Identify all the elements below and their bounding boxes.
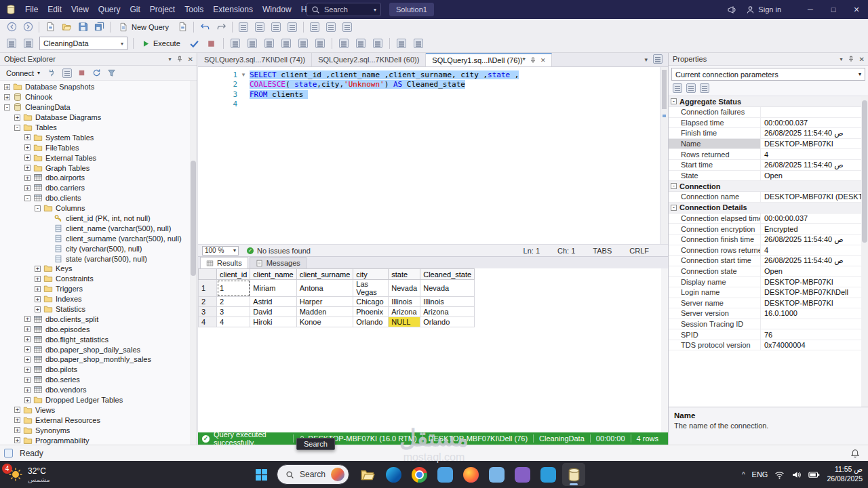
tree-item[interactable]: +External Tables	[0, 152, 190, 163]
collapse-icon[interactable]: -	[671, 183, 677, 189]
toolbar-icon-icon[interactable]	[336, 37, 351, 50]
categorized-icon[interactable]	[673, 83, 682, 96]
property-row[interactable]: NameDESKTOP-MBF07KI	[669, 139, 861, 150]
tree-item[interactable]: +External Resources	[0, 415, 190, 425]
tree-item[interactable]: client_name (varchar(500), null)	[0, 223, 190, 233]
volume-icon[interactable]	[791, 470, 802, 480]
property-group[interactable]: -Connection Details	[669, 203, 861, 214]
titlebar-search[interactable]: Search ▾	[307, 3, 381, 16]
menu-tools[interactable]: Tools	[180, 0, 208, 19]
pin-icon[interactable]	[530, 57, 536, 64]
tree-item[interactable]: +Indexes	[0, 294, 190, 304]
pin-icon[interactable]	[848, 56, 854, 62]
object-explorer-scrollbar[interactable]	[190, 81, 197, 445]
grid-cell[interactable]: Las Vegas	[353, 280, 389, 297]
toolbar-icon-icon[interactable]	[323, 20, 338, 34]
expand-icon[interactable]: +	[35, 286, 41, 292]
tree-item[interactable]: +Triggers	[0, 284, 190, 294]
expand-icon[interactable]: +	[14, 115, 20, 121]
minimize-button[interactable]: ─	[799, 0, 822, 19]
grid-cell[interactable]: Arizona	[389, 307, 420, 317]
expand-icon[interactable]: +	[35, 276, 41, 282]
document-tab-1[interactable]: SQLQuery3.sql...7KI\Dell (74))	[198, 53, 312, 66]
taskbar-app-chrome[interactable]	[408, 463, 431, 486]
expand-icon[interactable]: +	[4, 94, 10, 100]
stop-icon[interactable]	[75, 67, 88, 79]
row-header[interactable]: 1	[199, 280, 217, 297]
grid-cell[interactable]: Harper	[296, 297, 353, 307]
collapse-icon[interactable]: -	[671, 205, 677, 211]
new-document-icon[interactable]	[175, 20, 190, 34]
pin-icon[interactable]	[176, 56, 183, 62]
tree-item[interactable]: +Programmability	[0, 435, 190, 445]
toolbar-icon-icon[interactable]	[279, 37, 294, 50]
open-file-icon[interactable]	[59, 20, 74, 34]
toolbar-icon-icon[interactable]	[21, 37, 36, 50]
clock[interactable]: 11:55 ص 26/08/2025	[827, 465, 863, 483]
grid-cell[interactable]: 3	[217, 307, 250, 317]
grid-cell[interactable]: Illinois	[420, 297, 475, 307]
property-row[interactable]: SPID76	[669, 329, 861, 340]
taskbar-app-file-explorer[interactable]	[356, 463, 379, 486]
save-icon[interactable]	[75, 20, 90, 34]
property-row[interactable]: Connection nameDESKTOP-MBF07KI (DESKTOP-…	[669, 192, 861, 203]
database-selector[interactable]: CleaningData ▾	[39, 37, 127, 50]
expand-icon[interactable]: +	[35, 266, 41, 272]
grid-cell[interactable]: Orlando	[353, 317, 389, 327]
grid-cell[interactable]: NULL	[389, 317, 420, 327]
connect-button[interactable]: Connect ▾	[3, 69, 43, 77]
expand-icon[interactable]: +	[24, 165, 31, 171]
start-button[interactable]	[250, 463, 273, 486]
tree-item[interactable]: +dbo.episodes	[0, 324, 190, 334]
toolbar-icon-icon[interactable]	[411, 37, 426, 50]
parse-icon[interactable]	[187, 37, 202, 50]
new-query-button[interactable]: New Query	[114, 20, 174, 34]
menu-extensions[interactable]: Extensions	[208, 0, 258, 19]
grid-cell[interactable]: Konoe	[296, 317, 353, 327]
toolbar-icon-icon[interactable]	[394, 37, 409, 50]
toolbar-icon-icon[interactable]	[236, 20, 251, 34]
toolbar-icon-icon[interactable]	[4, 37, 19, 50]
collapse-icon[interactable]: -	[671, 98, 677, 104]
expand-icon[interactable]: +	[24, 357, 31, 363]
alphabetical-icon[interactable]	[686, 83, 696, 96]
tree-item[interactable]: +Dropped Ledger Tables	[0, 395, 190, 405]
expand-icon[interactable]: +	[24, 175, 31, 181]
close-button[interactable]: ✕	[845, 0, 868, 19]
solution-chip[interactable]: Solution1	[389, 3, 434, 16]
row-header[interactable]: 2	[199, 297, 217, 307]
expand-icon[interactable]: +	[14, 407, 20, 413]
taskbar-search[interactable]: Search	[277, 464, 349, 485]
property-row[interactable]: Connection start time26/08/2025 11:54:40…	[669, 256, 861, 266]
grid-cell[interactable]: Hiroki	[250, 317, 296, 327]
property-group[interactable]: -Aggregate Status	[669, 96, 861, 107]
toolbar-icon-icon[interactable]	[313, 37, 328, 50]
tree-item[interactable]: +dbo.series	[0, 375, 190, 385]
refresh-icon[interactable]	[90, 67, 103, 79]
close-icon[interactable]: ✕	[540, 57, 546, 64]
taskbar-app-edge[interactable]	[382, 463, 405, 486]
property-row[interactable]: Login nameDESKTOP-MBF07KI\Dell	[669, 287, 861, 298]
property-row[interactable]: Session Tracing ID	[669, 319, 861, 330]
property-row[interactable]: Start time26/08/2025 11:54:40 ص	[669, 160, 861, 171]
row-header[interactable]: 3	[199, 307, 217, 317]
expand-icon[interactable]: +	[24, 377, 31, 383]
tree-item[interactable]: -dbo.clients	[0, 193, 190, 203]
tab-messages[interactable]: Messages	[250, 257, 307, 268]
properties-scrollbar[interactable]	[861, 96, 868, 407]
close-icon[interactable]: ✕	[188, 56, 193, 63]
toolbar-icon-icon[interactable]	[252, 20, 267, 34]
sign-in-button[interactable]: Sign in	[746, 5, 781, 14]
expand-icon[interactable]: +	[24, 134, 31, 140]
grid-cell[interactable]: Nevada	[420, 280, 475, 297]
language-indicator[interactable]: ENG	[752, 470, 768, 479]
toolbar-icon-icon[interactable]	[296, 37, 311, 50]
chevron-down-icon[interactable]: ▾	[644, 56, 648, 63]
chevron-down-icon[interactable]: ▾	[169, 56, 172, 62]
expand-icon[interactable]: +	[24, 185, 31, 191]
tree-item[interactable]: +Statistics	[0, 304, 190, 314]
expand-icon[interactable]: +	[35, 296, 41, 302]
property-row[interactable]: Server nameDESKTOP-MBF07KI	[669, 298, 861, 309]
health-indicator[interactable]: ✓ No issues found	[247, 247, 311, 255]
tree-item[interactable]: +dbo.vendors	[0, 385, 190, 395]
